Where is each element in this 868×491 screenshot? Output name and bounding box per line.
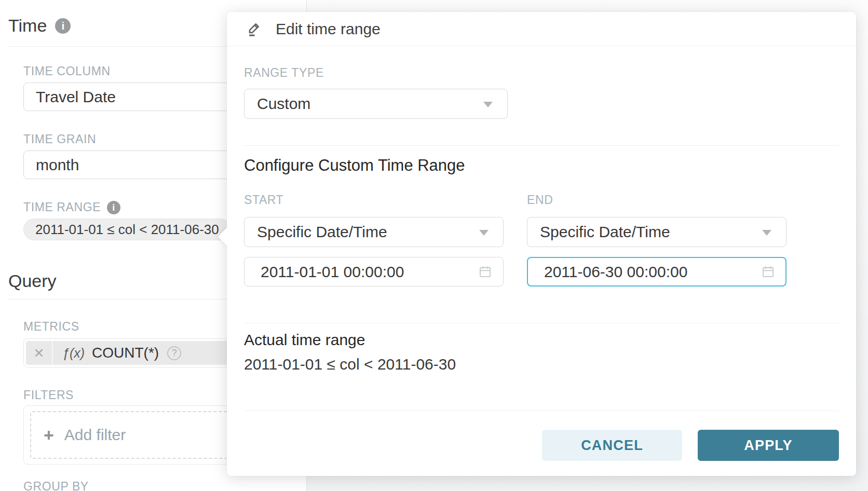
start-mode-value: Specific Date/Time [257,223,387,240]
divider [244,411,839,411]
end-label: END [527,193,553,207]
info-icon[interactable]: i [55,18,71,34]
query-section-header: Query [8,271,57,291]
popover-header: Edit time range [227,12,856,46]
query-section-title: Query [8,271,57,291]
start-mode-select[interactable]: Specific Date/Time [244,217,504,247]
edit-pencil-icon [247,21,263,37]
popover-title: Edit time range [276,20,381,38]
help-icon[interactable]: ? [167,346,181,360]
add-filter-label: Add filter [64,426,126,444]
time-range-pill[interactable]: 2011-01-01 ≤ col < 2011-06-30 [23,219,231,240]
info-icon[interactable]: i [107,201,120,214]
time-grain-value: month [36,156,79,173]
plus-icon: + [44,426,54,444]
filters-label: FILTERS [23,388,74,402]
start-datetime-wrap [244,257,504,287]
range-type-label: RANGE TYPE [244,66,324,80]
start-label: START [244,193,283,207]
actual-time-range-value: 2011-01-01 ≤ col < 2011-06-30 [244,356,456,373]
divider [244,323,839,323]
actual-time-range-heading: Actual time range [244,331,365,349]
metric-name: COUNT(*) [92,345,159,361]
time-grain-label: TIME GRAIN [23,132,96,146]
chevron-down-icon [483,102,493,107]
end-mode-select[interactable]: Specific Date/Time [527,217,786,247]
fx-icon: ƒ(x) [62,346,85,361]
time-column-value: Travel Date [36,88,116,105]
start-datetime-input[interactable] [244,257,504,287]
group-by-label: GROUP BY [23,480,89,491]
metrics-label: METRICS [23,320,79,334]
end-mode-value: Specific Date/Time [540,223,670,240]
end-datetime-input[interactable] [527,257,786,287]
range-type-value: Custom [257,95,310,112]
end-datetime-wrap [527,257,786,287]
configure-heading: Configure Custom Time Range [244,156,465,175]
chevron-down-icon [479,230,489,236]
time-section-header: Time i [8,16,71,36]
range-type-select[interactable]: Custom [244,89,508,119]
time-section-title: Time [8,16,47,36]
time-column-label: TIME COLUMN [23,64,111,78]
apply-button[interactable]: APPLY [698,430,839,461]
cancel-button[interactable]: CANCEL [542,430,682,461]
remove-metric-icon[interactable]: ✕ [26,341,53,365]
divider [244,145,839,146]
edit-time-range-popover: Edit time range RANGE TYPE Custom Config… [227,12,856,476]
chevron-down-icon [762,230,771,236]
time-range-label: TIME RANGE i [23,200,120,214]
